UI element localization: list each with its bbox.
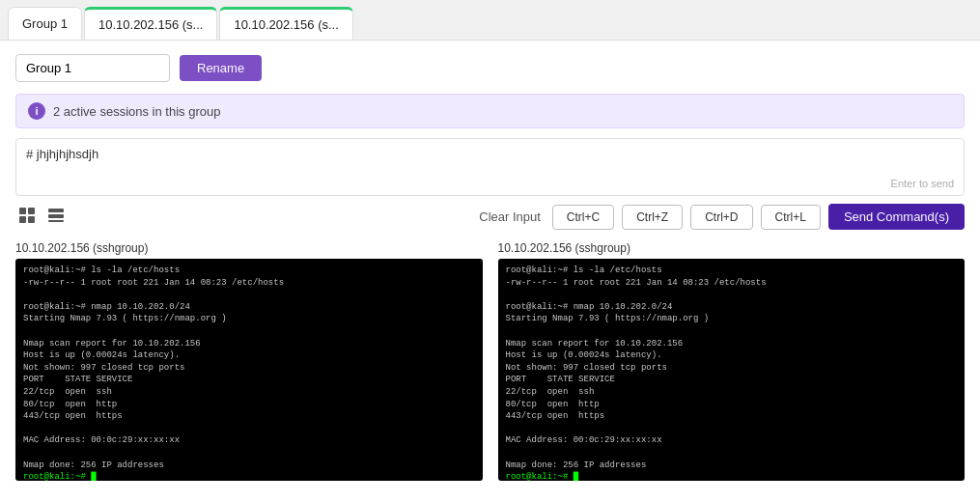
tab-group1-label: Group 1	[22, 16, 68, 31]
tab-session1-label: 10.10.202.156 (s...	[98, 17, 203, 32]
grid-view-button[interactable]	[15, 204, 39, 230]
view-icons	[15, 204, 68, 230]
svg-rect-3	[28, 216, 35, 223]
info-bar: i 2 active sessions in this group	[15, 94, 965, 128]
enter-hint: Enter to send	[891, 178, 954, 189]
terminal-panel-2: 10.10.202.156 (sshgroup) root@kali:~# ls…	[498, 241, 966, 481]
grid-icon	[17, 206, 37, 225]
info-icon: i	[28, 102, 45, 120]
rename-row: Rename	[15, 54, 965, 82]
list-view-button[interactable]	[44, 204, 68, 230]
tab-session2[interactable]: 10.10.202.156 (s...	[219, 7, 352, 40]
ctrl-z-button[interactable]: Ctrl+Z	[622, 205, 683, 230]
tab-bar: Group 1 10.10.202.156 (s... 10.10.202.15…	[0, 0, 980, 41]
svg-rect-1	[28, 208, 35, 214]
ctrl-d-button[interactable]: Ctrl+D	[690, 205, 752, 230]
terminal-2-content: root@kali:~# ls -la /etc/hosts -rw-r--r-…	[506, 265, 958, 481]
tab-session2-label: 10.10.202.156 (s...	[234, 17, 338, 32]
svg-rect-2	[19, 216, 26, 223]
terminal-1-label: 10.10.202.156 (sshgroup)	[15, 241, 483, 255]
terminals-section: 10.10.202.156 (sshgroup) root@kali:~# ls…	[15, 241, 965, 492]
terminals-grid: 10.10.202.156 (sshgroup) root@kali:~# ls…	[15, 241, 965, 481]
ctrl-c-button[interactable]: Ctrl+C	[552, 205, 614, 230]
terminal-panel-1: 10.10.202.156 (sshgroup) root@kali:~# ls…	[15, 241, 483, 481]
tab-group1[interactable]: Group 1	[8, 7, 82, 40]
terminal-1-content: root@kali:~# ls -la /etc/hosts -rw-r--r-…	[23, 265, 475, 481]
terminal-2-screen[interactable]: root@kali:~# ls -la /etc/hosts -rw-r--r-…	[498, 259, 966, 481]
ctrl-l-button[interactable]: Ctrl+L	[761, 205, 821, 230]
toolbar-row: Clear Input Ctrl+C Ctrl+Z Ctrl+D Ctrl+L …	[15, 204, 965, 230]
svg-rect-4	[48, 209, 64, 212]
terminal-1-screen[interactable]: root@kali:~# ls -la /etc/hosts -rw-r--r-…	[15, 259, 483, 481]
group-name-input[interactable]	[15, 54, 170, 82]
svg-rect-5	[48, 214, 64, 218]
list-icon	[46, 206, 66, 225]
svg-rect-6	[48, 220, 64, 222]
send-command-button[interactable]: Send Command(s)	[828, 204, 965, 230]
command-input-area[interactable]: # jhjhjhjhsdjh Enter to send	[15, 138, 965, 196]
rename-button[interactable]: Rename	[180, 55, 262, 81]
terminal-2-label: 10.10.202.156 (sshgroup)	[498, 241, 966, 255]
info-bar-text: 2 active sessions in this group	[53, 104, 220, 119]
clear-input-label: Clear Input	[479, 209, 541, 224]
tab-session1[interactable]: 10.10.202.156 (s...	[84, 7, 217, 40]
main-container: Group 1 10.10.202.156 (s... 10.10.202.15…	[0, 0, 980, 502]
svg-rect-0	[19, 208, 26, 214]
content-area: Rename i 2 active sessions in this group…	[0, 41, 980, 502]
command-text: # jhjhjhjhsdjh	[26, 147, 98, 161]
